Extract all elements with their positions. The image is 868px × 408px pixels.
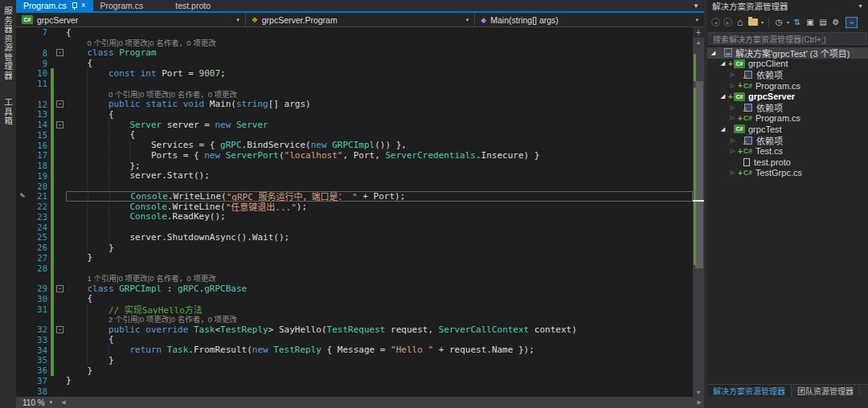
tab-team-explorer[interactable]: 团队资源管理器: [792, 385, 860, 397]
tree-item[interactable]: ◢C#grpcTest: [707, 124, 868, 135]
line-number[interactable]: 26: [29, 243, 50, 252]
code-text[interactable]: 0 个引用|0 项更改|0 名作者，0 项更改: [66, 38, 693, 48]
codelens-row[interactable]: 0 个引用|0 项更改|0 名作者，0 项更改: [16, 89, 693, 100]
tab-solution-explorer[interactable]: 解决方案资源管理器: [707, 385, 792, 397]
code-text[interactable]: {: [66, 130, 693, 141]
code-line[interactable]: 9 {: [16, 58, 693, 68]
code-line[interactable]: 34 return Task.FromResult(new TestReply …: [16, 345, 693, 355]
line-number[interactable]: 10: [29, 68, 50, 78]
line-number[interactable]: 33: [29, 335, 50, 345]
editor-vertical-scrollbar[interactable]: ＋ ▲ ▼: [693, 27, 704, 397]
line-number[interactable]: 23: [29, 212, 50, 222]
codelens-row[interactable]: 0 个引用|0 项更改|0 名作者，0 项更改: [16, 38, 693, 48]
code-line[interactable]: 10 const int Port = 9007;: [16, 68, 693, 79]
code-line[interactable]: 27 }: [16, 253, 693, 263]
tree-item[interactable]: ▷+C#Program.cs: [707, 113, 868, 124]
tab-list-dropdown-icon[interactable]: ▼: [688, 0, 704, 11]
code-line[interactable]: 35 }: [16, 355, 693, 365]
line-number[interactable]: 30: [29, 294, 50, 304]
code-text[interactable]: class GRPCImpl : gRPC.gRPCBase: [66, 284, 693, 294]
collapsed-arrow-icon[interactable]: ▷: [728, 137, 737, 144]
sync-with-active-document-button[interactable]: ⇅: [792, 16, 802, 28]
code-text[interactable]: Services = { gRPC.BindService(new GRPCIm…: [66, 140, 693, 150]
scroll-left-icon[interactable]: ◀: [59, 399, 68, 406]
expanded-arrow-icon[interactable]: ◢: [719, 60, 727, 67]
code-line[interactable]: 12- public static void Main(string[] arg…: [16, 99, 693, 109]
code-line[interactable]: 18 };: [16, 161, 693, 171]
code-line[interactable]: 8- class Program: [16, 48, 693, 59]
code-line[interactable]: 19 server.Start();: [16, 171, 693, 182]
line-number[interactable]: 15: [29, 130, 50, 140]
code-line[interactable]: 17 Ports = { new ServerPort("localhost",…: [16, 150, 693, 161]
tree-item[interactable]: ▷+C#TestGrpc.cs: [707, 168, 868, 179]
pin-icon[interactable]: [71, 2, 77, 10]
line-number[interactable]: 19: [29, 171, 50, 181]
window-menu-icon[interactable]: ▼: [858, 3, 863, 9]
code-text[interactable]: {: [66, 27, 693, 38]
preview-selected-items-toggle[interactable]: −: [845, 17, 858, 28]
line-number[interactable]: 31: [29, 304, 50, 314]
code-text[interactable]: }: [66, 243, 693, 253]
home-button[interactable]: ⌂: [735, 16, 745, 28]
code-lines[interactable]: 7{ 0 个引用|0 项更改|0 名作者，0 项更改8- class Progr…: [16, 27, 693, 397]
code-text[interactable]: {: [66, 109, 693, 120]
edit-pencil-icon[interactable]: ✎: [16, 191, 29, 201]
show-all-files-button[interactable]: ▤: [818, 16, 828, 28]
fold-collapse-icon[interactable]: -: [56, 100, 63, 108]
code-line[interactable]: 16 Services = { gRPC.BindService(new GRP…: [16, 140, 693, 150]
code-text[interactable]: public static void Main(string[] args): [66, 99, 693, 109]
line-number[interactable]: 32: [29, 324, 50, 334]
line-number[interactable]: 28: [29, 263, 50, 273]
tree-item[interactable]: ◢+C#grpcServer: [707, 91, 868, 102]
fold-collapse-icon[interactable]: -: [56, 121, 63, 129]
member-dropdown[interactable]: ◆ Main(string[] args) ▾: [475, 13, 704, 27]
fold-collapse-icon[interactable]: -: [56, 49, 63, 56]
code-text[interactable]: server.Start();: [66, 171, 693, 182]
line-number[interactable]: 27: [29, 253, 50, 263]
code-line[interactable]: 31 // 实现SayHello方法: [16, 304, 693, 314]
code-text[interactable]: Ports = { new ServerPort("localhost", Po…: [66, 150, 693, 161]
code-text[interactable]: [66, 263, 693, 273]
line-number[interactable]: 22: [29, 202, 50, 211]
code-text[interactable]: Server server = new Server: [66, 120, 693, 130]
search-input[interactable]: 搜索解决方案资源管理器(Ctrl+;): [708, 32, 867, 45]
tree-item[interactable]: ◢解决方案'grpcTest' (3 个项目): [707, 47, 868, 59]
line-number[interactable]: 11: [29, 79, 50, 88]
code-line[interactable]: 25 server.ShutdownAsync().Wait();: [16, 232, 693, 243]
expanded-arrow-icon[interactable]: ◢: [719, 126, 727, 133]
line-number[interactable]: 20: [29, 182, 50, 191]
line-number[interactable]: 17: [29, 150, 50, 160]
code-line[interactable]: ✎21 Console.WriteLine("gRPC 服务运行中，端口是： "…: [16, 191, 693, 202]
code-line[interactable]: 24: [16, 222, 693, 232]
code-line[interactable]: 36 }: [16, 365, 693, 376]
code-line[interactable]: 26 }: [16, 243, 693, 253]
line-number[interactable]: 36: [29, 365, 50, 375]
collapsed-arrow-icon[interactable]: ▷: [728, 115, 737, 121]
line-number[interactable]: 12: [29, 100, 50, 109]
collapse-all-button[interactable]: ▣: [805, 16, 815, 28]
tree-item[interactable]: ▷⚠依赖项: [707, 69, 868, 80]
collapsed-arrow-icon[interactable]: ▷: [728, 104, 737, 111]
code-text[interactable]: // 实现SayHello方法: [66, 304, 693, 314]
code-line[interactable]: 37}: [16, 376, 693, 386]
code-text[interactable]: const int Port = 9007;: [66, 68, 693, 79]
code-text[interactable]: 0 个引用|0 项更改|0 名作者，0 项更改: [66, 89, 693, 100]
pending-changes-filter-button[interactable]: ◷: [774, 16, 784, 28]
tree-item[interactable]: ▷⚠依赖项: [707, 135, 868, 146]
solution-explorer-header[interactable]: 解决方案资源管理器 ▼: [707, 0, 868, 12]
code-text[interactable]: Console.WriteLine("任意键退出...");: [66, 202, 693, 212]
code-line[interactable]: 33 {: [16, 335, 693, 345]
line-number[interactable]: 18: [29, 161, 50, 170]
tab-test-proto[interactable]: test.proto: [168, 0, 218, 11]
code-text[interactable]: }: [66, 376, 693, 386]
code-text[interactable]: server.ShutdownAsync().Wait();: [66, 232, 693, 243]
zoom-level-select[interactable]: 110 % ▾: [16, 398, 59, 407]
code-text[interactable]: return Task.FromResult(new TestReply { M…: [66, 345, 693, 355]
code-line[interactable]: 15 {: [16, 130, 693, 141]
code-line[interactable]: 20: [16, 181, 693, 191]
code-text[interactable]: 1 个引用|0 项更改|0 名作者，0 项更改: [66, 273, 693, 284]
code-text[interactable]: [66, 222, 693, 232]
scrollbar-track[interactable]: [693, 47, 704, 388]
collapsed-arrow-icon[interactable]: ▷: [728, 83, 737, 89]
tab-program-cs-active[interactable]: Program.cs ×: [16, 0, 93, 11]
